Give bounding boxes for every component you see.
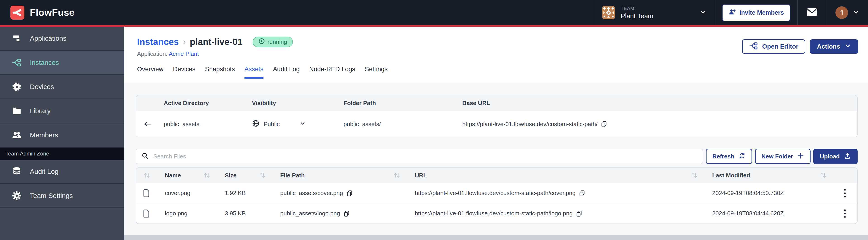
file-last-modified: 2024-09-19T08:04:44.620Z bbox=[704, 210, 833, 217]
sidebar-item-team-settings[interactable]: Team Settings bbox=[0, 184, 124, 208]
editor-fork-icon bbox=[749, 41, 758, 52]
new-folder-label: New Folder bbox=[762, 153, 793, 160]
sort-icon[interactable] bbox=[819, 172, 827, 179]
page-title: plant-live-01 bbox=[190, 37, 243, 47]
column-url-label: URL bbox=[415, 172, 427, 179]
file-url-value: https://plant-live-01.flowfuse.dev/custo… bbox=[415, 190, 576, 197]
sort-icon[interactable] bbox=[691, 172, 698, 179]
base-url-value: https://plant-live-01.flowfuse.dev/custo… bbox=[462, 121, 597, 128]
view-header: Instances › plant-live-01 running bbox=[124, 27, 868, 83]
tab-overview[interactable]: Overview bbox=[137, 66, 163, 79]
globe-icon bbox=[252, 119, 260, 129]
file-last-modified: 2024-09-19T08:04:50.730Z bbox=[704, 190, 833, 197]
tab-audit-log[interactable]: Audit Log bbox=[273, 66, 300, 79]
sidebar-item-audit-log[interactable]: Audit Log bbox=[0, 160, 124, 184]
column-last-modified-label: Last Modified bbox=[712, 172, 750, 179]
files-toolbar: Refresh New Folder bbox=[136, 149, 858, 164]
flowfuse-logo-icon bbox=[10, 6, 24, 20]
refresh-button[interactable]: Refresh bbox=[706, 149, 752, 164]
copy-icon[interactable] bbox=[343, 210, 350, 217]
top-navbar: FlowFuse bbox=[0, 0, 868, 27]
tab-settings[interactable]: Settings bbox=[365, 66, 388, 79]
tab-devices[interactable]: Devices bbox=[173, 66, 196, 79]
file-path-cell: public_assets/logo.png bbox=[272, 210, 406, 217]
file-icon-column-header bbox=[136, 168, 156, 183]
actions-label: Actions bbox=[817, 43, 840, 50]
team-switcher[interactable]: TEAM: Plant Team bbox=[594, 0, 715, 25]
file-url-cell: https://plant-live-01.flowfuse.dev/custo… bbox=[406, 210, 704, 217]
actions-button[interactable]: Actions bbox=[810, 39, 858, 54]
shell: Applications Instances bbox=[0, 27, 868, 240]
file-size: 3.95 KB bbox=[216, 210, 272, 217]
sort-icon[interactable] bbox=[259, 172, 266, 179]
sidebar-item-label: Devices bbox=[30, 83, 54, 91]
sort-icon[interactable] bbox=[144, 172, 151, 179]
copy-icon[interactable] bbox=[601, 121, 608, 128]
file-icon bbox=[136, 189, 156, 197]
main-content: Instances › plant-live-01 running bbox=[124, 27, 868, 240]
column-name: Name bbox=[156, 168, 216, 183]
invite-members-label: Invite Members bbox=[739, 9, 784, 16]
row-menu-kebab-icon[interactable] bbox=[833, 188, 857, 198]
application-link[interactable]: Acme Plant bbox=[169, 50, 199, 57]
user-avatar: fl bbox=[835, 6, 848, 19]
brand[interactable]: FlowFuse bbox=[10, 0, 74, 25]
column-last-modified: Last Modified bbox=[704, 168, 833, 183]
column-folder-path: Folder Path bbox=[339, 100, 457, 107]
user-menu[interactable]: fl bbox=[826, 0, 868, 25]
sidebar-item-instances[interactable]: Instances bbox=[0, 51, 124, 75]
visibility-select[interactable]: Public bbox=[252, 119, 320, 129]
search-input[interactable] bbox=[153, 153, 697, 160]
row-menu-kebab-icon[interactable] bbox=[833, 209, 857, 218]
file-name: cover.png bbox=[156, 190, 216, 197]
back-button[interactable] bbox=[143, 119, 152, 129]
sidebar-item-devices[interactable]: Devices bbox=[0, 75, 124, 99]
directory-header-row: Active Directory Visibility Folder Path … bbox=[136, 95, 857, 111]
topbar-right: TEAM: Plant Team Invite M bbox=[594, 0, 868, 25]
upload-label: Upload bbox=[820, 153, 840, 160]
invite-members-button[interactable]: Invite Members bbox=[722, 4, 790, 21]
actions-column-header bbox=[833, 168, 857, 183]
column-file-path: File Path bbox=[272, 168, 406, 183]
column-size: Size bbox=[216, 168, 272, 183]
sort-icon[interactable] bbox=[203, 172, 211, 179]
tab-assets[interactable]: Assets bbox=[245, 66, 264, 79]
copy-icon[interactable] bbox=[576, 210, 583, 217]
file-url-value: https://plant-live-01.flowfuse.dev/custo… bbox=[415, 210, 572, 217]
visibility-value: Public bbox=[264, 121, 280, 128]
tab-snapshots[interactable]: Snapshots bbox=[205, 66, 235, 79]
column-active-directory: Active Directory bbox=[159, 100, 247, 107]
breadcrumb-instances-link[interactable]: Instances bbox=[137, 37, 179, 47]
sidebar-item-applications[interactable]: Applications bbox=[0, 27, 124, 51]
brand-name: FlowFuse bbox=[30, 7, 74, 18]
file-url-cell: https://plant-live-01.flowfuse.dev/custo… bbox=[406, 190, 704, 197]
copy-icon[interactable] bbox=[579, 190, 586, 197]
sidebar-item-label: Team Settings bbox=[30, 192, 73, 200]
breadcrumb-separator: › bbox=[183, 37, 186, 47]
sort-icon[interactable] bbox=[393, 172, 401, 179]
file-path-cell: public_assets/cover.png bbox=[272, 190, 406, 197]
chevron-down-icon bbox=[300, 121, 306, 128]
folder-icon bbox=[12, 106, 22, 116]
upload-button[interactable]: Upload bbox=[813, 149, 858, 164]
bottom-scroll-strip[interactable] bbox=[124, 235, 868, 240]
user-plus-icon bbox=[728, 8, 736, 17]
app-root: FlowFuse bbox=[0, 0, 868, 240]
open-editor-button[interactable]: Open Editor bbox=[742, 39, 805, 54]
column-size-label: Size bbox=[225, 172, 237, 179]
base-url-cell: https://plant-live-01.flowfuse.dev/custo… bbox=[457, 121, 857, 128]
visibility-cell: Public bbox=[247, 119, 339, 129]
notifications-section[interactable] bbox=[798, 0, 826, 25]
file-path-value: public_assets/logo.png bbox=[280, 210, 340, 217]
directory-row: public_assets Public bbox=[136, 111, 857, 137]
instance-tabs: Overview Devices Snapshots Assets Audit … bbox=[137, 66, 868, 79]
column-base-url: Base URL bbox=[457, 100, 857, 107]
file-name: logo.png bbox=[156, 210, 216, 217]
applications-icon bbox=[12, 33, 22, 43]
chevron-down-icon bbox=[845, 43, 851, 50]
copy-icon[interactable] bbox=[346, 190, 353, 197]
new-folder-button[interactable]: New Folder bbox=[755, 149, 811, 164]
sidebar-item-library[interactable]: Library bbox=[0, 99, 124, 124]
sidebar-item-members[interactable]: Members bbox=[0, 124, 124, 147]
tab-node-red-logs[interactable]: Node-RED Logs bbox=[309, 66, 355, 79]
